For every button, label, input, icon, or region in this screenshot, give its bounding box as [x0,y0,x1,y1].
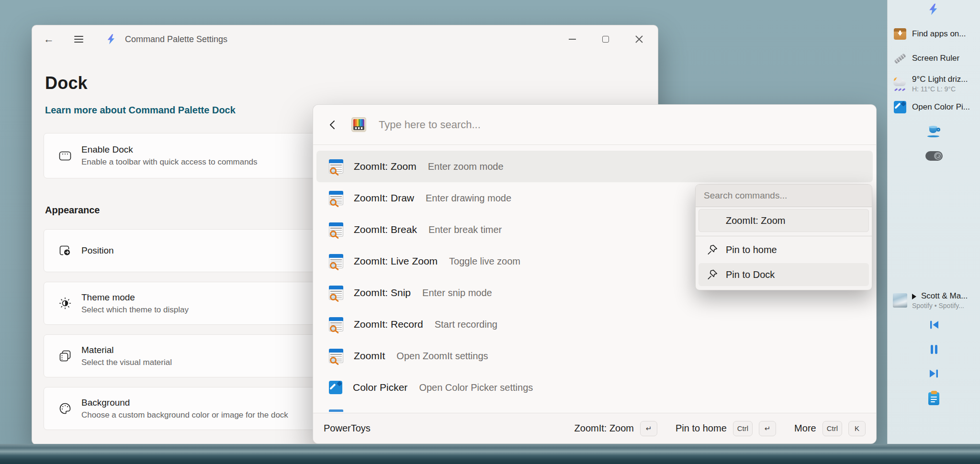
context-search-input[interactable] [704,190,862,201]
theme-mode-icon [57,296,73,310]
media-subtitle: Spotify • Spotify... [912,302,968,309]
minimize-button[interactable] [562,31,582,47]
theme-mode-subtitle: Select which theme to display [81,305,189,315]
palette-icon [57,401,73,416]
weather-icon [893,77,907,90]
pin-icon [706,243,719,256]
zoomit-icon [329,191,343,205]
more-button[interactable]: More [794,423,816,434]
pause-icon [929,344,939,355]
context-menu: ZoomIt: Zoom Pin to home Pin to Dock [695,184,872,290]
enter-key-badge: ↵ [640,421,657,436]
dock-item-color-picker[interactable]: Open Color Pi... [892,99,978,116]
album-art [893,293,907,308]
dock-item-next-track[interactable] [888,367,980,380]
previous-track-icon [928,320,940,330]
clock-toggle-icon [925,151,943,161]
media-title: Scott & Ma... [912,291,968,301]
context-menu-item-primary[interactable]: ZoomIt: Zoom [698,209,869,232]
dock-item-awake-toggle[interactable] [888,151,980,161]
material-icon [57,349,73,363]
ctrl-key-badge: Ctrl [733,421,753,436]
dock-item-pause[interactable] [888,343,980,355]
ruler-icon [894,53,906,64]
window-title: Command Palette Settings [125,34,227,44]
clipboard-icon [928,392,939,405]
powertoys-bolt-icon [888,3,980,16]
dock-item-previous-track[interactable] [888,319,980,331]
dock-item-now-playing[interactable]: Scott & Ma... Spotify • Spotify... [892,290,978,311]
pin-icon [706,268,719,281]
enable-dock-title: Enable Dock [81,144,258,155]
dock-toolbar-icon [57,149,73,163]
search-input[interactable] [379,119,876,131]
desktop-wallpaper-strip [0,444,980,464]
coffee-cup-icon [927,126,941,137]
zoomit-icon [329,222,343,237]
secondary-action-button[interactable]: Pin to home [676,423,727,434]
material-subtitle: Select the visual material [81,358,172,367]
zoomit-icon [329,317,343,331]
enter-key-badge: ↵ [759,421,776,436]
menu-button[interactable] [70,31,87,47]
palette-back-button[interactable] [326,118,340,132]
dock-item-screen-ruler[interactable]: Screen Ruler [892,50,978,67]
zoomit-icon [329,159,343,174]
close-button[interactable] [629,31,649,47]
dock-item-weather[interactable]: 9°C Light driz... H: 11°C L: 9°C [892,73,978,95]
color-picker-icon [329,381,342,394]
zoomit-app-icon [351,117,366,132]
position-title: Position [81,245,114,256]
maximize-button[interactable] [596,31,616,47]
palette-footer: PowerToys ZoomIt: Zoom ↵ Pin to home Ctr… [313,413,876,443]
weather-temp: 9°C Light driz... [912,75,968,84]
page-title: Dock [45,73,646,93]
powertoys-bolt-icon [106,33,117,45]
background-title: Background [81,398,288,408]
appearance-header: Appearance [45,205,100,216]
material-title: Material [81,345,172,355]
enable-dock-subtitle: Enable a toolbar with quick access to co… [81,157,258,167]
background-subtitle: Choose a custom background color or imag… [81,410,288,420]
theme-mode-title: Theme mode [81,292,189,303]
zoomit-icon [329,254,343,268]
next-track-icon [928,368,940,379]
play-icon [912,294,919,299]
context-menu-item-pin-home[interactable]: Pin to home [698,238,869,261]
list-item-zoomit-record[interactable]: ZoomIt: Record Start recording [316,309,873,340]
learn-more-link[interactable]: Learn more about Command Palette Dock [45,105,236,116]
partial-list-item [329,409,343,412]
context-menu-search[interactable] [696,185,872,207]
color-picker-icon [894,101,906,113]
context-menu-item-pin-dock[interactable]: Pin to Dock [698,263,869,286]
context-menu-divider [696,236,872,236]
k-key-badge: K [848,421,866,436]
position-icon [57,243,73,258]
zoomit-icon [329,349,343,363]
weather-high-low: H: 11°C L: 9°C [912,85,968,93]
primary-action-button[interactable]: ZoomIt: Zoom [574,423,634,434]
dock-item-clipboard[interactable] [888,391,980,406]
zoomit-icon [329,286,343,300]
dock-item-find-apps[interactable]: Find apps on... [892,25,978,43]
ctrl-key-badge: Ctrl [822,421,842,436]
dock-sidebar: Find apps on... Screen Ruler 9°C Light d… [887,0,980,464]
package-icon [894,28,906,40]
dock-item-coffee[interactable] [888,125,980,138]
list-item-zoomit-zoom[interactable]: ZoomIt: Zoom Enter zoom mode [316,151,873,182]
list-item-color-picker[interactable]: Color Picker Open Color Picker settings [316,372,873,403]
desktop: ← Command Palette Settings Dock [0,0,980,464]
footer-app-name: PowerToys [324,423,371,434]
titlebar: ← Command Palette Settings [32,25,658,53]
palette-header [313,105,876,145]
list-item-zoomit-settings[interactable]: ZoomIt Open ZoomIt settings [316,340,873,372]
back-button[interactable]: ← [41,31,57,47]
